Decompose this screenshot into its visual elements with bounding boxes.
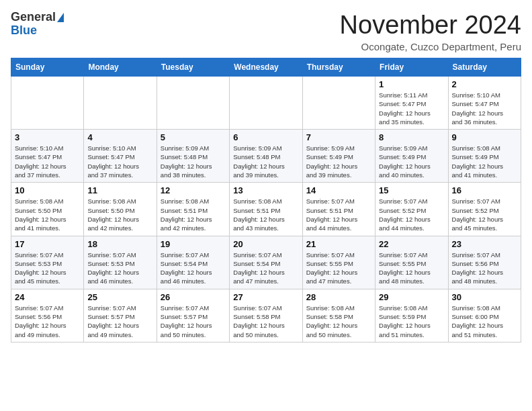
day-number: 27	[233, 292, 298, 302]
calendar-day-cell: 3Sunrise: 5:10 AM Sunset: 5:47 PM Daylig…	[11, 130, 84, 183]
day-number: 24	[15, 292, 80, 302]
day-number: 6	[233, 132, 298, 142]
day-info: Sunrise: 5:08 AM Sunset: 5:49 PM Dayligh…	[452, 144, 517, 179]
day-number: 11	[87, 185, 152, 195]
day-number: 14	[306, 185, 371, 195]
calendar-week-row: 3Sunrise: 5:10 AM Sunset: 5:47 PM Daylig…	[11, 130, 521, 183]
calendar-day-cell: 29Sunrise: 5:08 AM Sunset: 5:59 PM Dayli…	[375, 289, 448, 342]
calendar-day-cell: 19Sunrise: 5:07 AM Sunset: 5:54 PM Dayli…	[157, 236, 229, 289]
logo: General Blue	[11, 11, 64, 38]
day-number: 29	[379, 292, 444, 302]
day-info: Sunrise: 5:08 AM Sunset: 6:00 PM Dayligh…	[452, 304, 517, 339]
calendar-day-cell: 7Sunrise: 5:09 AM Sunset: 5:49 PM Daylig…	[302, 130, 375, 183]
calendar-day-cell: 6Sunrise: 5:09 AM Sunset: 5:48 PM Daylig…	[230, 130, 302, 183]
day-number: 4	[87, 132, 152, 142]
calendar-day-header: Wednesday	[230, 58, 302, 77]
day-info: Sunrise: 5:11 AM Sunset: 5:47 PM Dayligh…	[379, 91, 444, 126]
calendar-day-cell: 5Sunrise: 5:09 AM Sunset: 5:48 PM Daylig…	[157, 130, 229, 183]
day-number: 16	[452, 185, 517, 195]
day-number: 25	[87, 292, 152, 302]
page-header: General Blue November 2024 Ocongate, Cuz…	[11, 11, 521, 52]
day-number: 19	[161, 239, 226, 249]
calendar-day-cell: 9Sunrise: 5:08 AM Sunset: 5:49 PM Daylig…	[448, 130, 521, 183]
day-number: 15	[379, 185, 444, 195]
logo-blue-text: Blue	[11, 24, 37, 38]
day-info: Sunrise: 5:08 AM Sunset: 5:51 PM Dayligh…	[161, 197, 226, 232]
day-info: Sunrise: 5:07 AM Sunset: 5:51 PM Dayligh…	[306, 197, 371, 232]
day-info: Sunrise: 5:09 AM Sunset: 5:49 PM Dayligh…	[379, 144, 444, 179]
logo-general-text: General	[11, 11, 56, 24]
calendar-day-cell: 30Sunrise: 5:08 AM Sunset: 6:00 PM Dayli…	[448, 289, 521, 342]
day-info: Sunrise: 5:07 AM Sunset: 5:56 PM Dayligh…	[15, 304, 80, 339]
calendar-table: SundayMondayTuesdayWednesdayThursdayFrid…	[11, 58, 521, 342]
day-number: 20	[233, 239, 298, 249]
day-info: Sunrise: 5:09 AM Sunset: 5:48 PM Dayligh…	[233, 144, 298, 179]
calendar-day-cell: 18Sunrise: 5:07 AM Sunset: 5:53 PM Dayli…	[84, 236, 157, 289]
day-info: Sunrise: 5:07 AM Sunset: 5:52 PM Dayligh…	[452, 197, 517, 232]
day-info: Sunrise: 5:09 AM Sunset: 5:49 PM Dayligh…	[306, 144, 371, 179]
calendar-day-cell: 12Sunrise: 5:08 AM Sunset: 5:51 PM Dayli…	[157, 183, 229, 236]
calendar-day-cell	[11, 77, 84, 130]
calendar-day-cell: 13Sunrise: 5:08 AM Sunset: 5:51 PM Dayli…	[230, 183, 302, 236]
calendar-day-cell: 14Sunrise: 5:07 AM Sunset: 5:51 PM Dayli…	[302, 183, 375, 236]
day-info: Sunrise: 5:08 AM Sunset: 5:50 PM Dayligh…	[87, 197, 152, 232]
day-info: Sunrise: 5:08 AM Sunset: 5:59 PM Dayligh…	[379, 304, 444, 339]
calendar-day-cell	[302, 77, 375, 130]
calendar-day-cell: 27Sunrise: 5:07 AM Sunset: 5:58 PM Dayli…	[230, 289, 302, 342]
calendar-day-cell: 25Sunrise: 5:07 AM Sunset: 5:57 PM Dayli…	[84, 289, 157, 342]
calendar-day-cell	[230, 77, 302, 130]
calendar-day-cell: 23Sunrise: 5:07 AM Sunset: 5:56 PM Dayli…	[448, 236, 521, 289]
day-number: 12	[161, 185, 226, 195]
day-info: Sunrise: 5:07 AM Sunset: 5:53 PM Dayligh…	[15, 250, 80, 286]
month-title: November 2024	[340, 11, 521, 40]
day-number: 28	[306, 292, 371, 302]
day-number: 7	[306, 132, 371, 142]
title-block: November 2024 Ocongate, Cuzco Department…	[340, 11, 521, 52]
day-number: 22	[379, 239, 444, 249]
calendar-day-header: Saturday	[448, 58, 521, 77]
day-info: Sunrise: 5:07 AM Sunset: 5:54 PM Dayligh…	[161, 250, 226, 286]
day-info: Sunrise: 5:07 AM Sunset: 5:55 PM Dayligh…	[306, 250, 371, 286]
calendar-week-row: 10Sunrise: 5:08 AM Sunset: 5:50 PM Dayli…	[11, 183, 521, 236]
calendar-day-cell: 22Sunrise: 5:07 AM Sunset: 5:55 PM Dayli…	[375, 236, 448, 289]
calendar-day-header: Sunday	[11, 58, 84, 77]
calendar-day-cell: 24Sunrise: 5:07 AM Sunset: 5:56 PM Dayli…	[11, 289, 84, 342]
day-number: 3	[15, 132, 80, 142]
day-number: 5	[161, 132, 226, 142]
calendar-day-cell	[157, 77, 229, 130]
calendar-day-cell: 21Sunrise: 5:07 AM Sunset: 5:55 PM Dayli…	[302, 236, 375, 289]
day-info: Sunrise: 5:08 AM Sunset: 5:58 PM Dayligh…	[306, 304, 371, 339]
calendar-day-cell: 4Sunrise: 5:10 AM Sunset: 5:47 PM Daylig…	[84, 130, 157, 183]
calendar-day-cell	[84, 77, 157, 130]
calendar-day-cell: 26Sunrise: 5:07 AM Sunset: 5:57 PM Dayli…	[157, 289, 229, 342]
day-info: Sunrise: 5:10 AM Sunset: 5:47 PM Dayligh…	[452, 91, 517, 126]
day-info: Sunrise: 5:07 AM Sunset: 5:55 PM Dayligh…	[379, 250, 444, 286]
calendar-day-cell: 2Sunrise: 5:10 AM Sunset: 5:47 PM Daylig…	[448, 77, 521, 130]
day-info: Sunrise: 5:10 AM Sunset: 5:47 PM Dayligh…	[87, 144, 152, 179]
calendar-day-cell: 10Sunrise: 5:08 AM Sunset: 5:50 PM Dayli…	[11, 183, 84, 236]
day-number: 17	[15, 239, 80, 249]
day-info: Sunrise: 5:07 AM Sunset: 5:57 PM Dayligh…	[161, 304, 226, 339]
day-number: 13	[233, 185, 298, 195]
day-info: Sunrise: 5:07 AM Sunset: 5:54 PM Dayligh…	[233, 250, 298, 286]
calendar-day-cell: 17Sunrise: 5:07 AM Sunset: 5:53 PM Dayli…	[11, 236, 84, 289]
calendar-day-cell: 16Sunrise: 5:07 AM Sunset: 5:52 PM Dayli…	[448, 183, 521, 236]
day-number: 18	[87, 239, 152, 249]
calendar-day-cell: 28Sunrise: 5:08 AM Sunset: 5:58 PM Dayli…	[302, 289, 375, 342]
calendar-day-cell: 15Sunrise: 5:07 AM Sunset: 5:52 PM Dayli…	[375, 183, 448, 236]
calendar-header-row: SundayMondayTuesdayWednesdayThursdayFrid…	[11, 58, 521, 77]
day-info: Sunrise: 5:07 AM Sunset: 5:58 PM Dayligh…	[233, 304, 298, 339]
calendar-body: 1Sunrise: 5:11 AM Sunset: 5:47 PM Daylig…	[11, 77, 521, 342]
calendar-day-cell: 8Sunrise: 5:09 AM Sunset: 5:49 PM Daylig…	[375, 130, 448, 183]
calendar-week-row: 24Sunrise: 5:07 AM Sunset: 5:56 PM Dayli…	[11, 289, 521, 342]
calendar-week-row: 17Sunrise: 5:07 AM Sunset: 5:53 PM Dayli…	[11, 236, 521, 289]
day-info: Sunrise: 5:07 AM Sunset: 5:53 PM Dayligh…	[87, 250, 152, 286]
day-info: Sunrise: 5:07 AM Sunset: 5:56 PM Dayligh…	[452, 250, 517, 286]
day-number: 30	[452, 292, 517, 302]
location-title: Ocongate, Cuzco Department, Peru	[340, 41, 521, 52]
day-number: 10	[15, 185, 80, 195]
day-number: 2	[452, 79, 517, 89]
day-info: Sunrise: 5:07 AM Sunset: 5:57 PM Dayligh…	[87, 304, 152, 339]
day-number: 23	[452, 239, 517, 249]
day-number: 8	[379, 132, 444, 142]
